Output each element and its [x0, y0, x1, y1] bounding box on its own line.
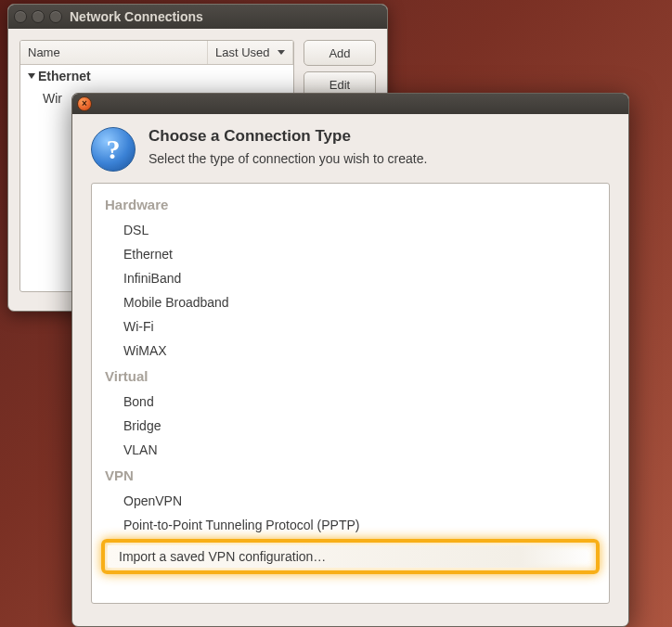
sort-caret-icon: [278, 50, 285, 55]
option-import-vpn[interactable]: Import a saved VPN configuration…: [108, 545, 593, 568]
group-virtual: Virtual: [92, 363, 609, 390]
option-bridge[interactable]: Bridge: [92, 414, 609, 438]
option-dsl[interactable]: DSL: [92, 218, 609, 242]
option-pptp[interactable]: Point-to-Point Tunneling Protocol (PPTP): [92, 513, 609, 537]
option-bond[interactable]: Bond: [92, 390, 609, 414]
expand-triangle-icon: [28, 73, 35, 79]
group-vpn: VPN: [92, 462, 609, 489]
option-wifi[interactable]: Wi-Fi: [92, 314, 609, 339]
add-button[interactable]: Add: [304, 40, 376, 66]
window-titlebar[interactable]: Network Connections: [8, 5, 387, 29]
highlighted-option-frame: Import a saved VPN configuration…: [101, 539, 600, 574]
option-infiniband[interactable]: InfiniBand: [92, 266, 609, 290]
dialog-subtitle: Select the type of connection you wish t…: [149, 151, 427, 166]
group-hardware: Hardware: [92, 191, 609, 218]
column-header-lastused-label: Last Used: [215, 45, 270, 59]
option-ethernet[interactable]: Ethernet: [92, 242, 609, 266]
dialog-titlebar[interactable]: ×: [72, 94, 628, 114]
column-header-lastused[interactable]: Last Used: [208, 41, 293, 64]
column-header-name-label: Name: [28, 45, 60, 59]
minimize-icon[interactable]: [32, 10, 45, 23]
maximize-icon[interactable]: [49, 10, 62, 23]
option-openvpn[interactable]: OpenVPN: [92, 489, 609, 513]
close-icon[interactable]: ×: [77, 96, 92, 111]
option-mobile-broadband[interactable]: Mobile Broadband: [92, 290, 609, 314]
dialog-title: Choose a Connection Type: [149, 127, 427, 146]
question-icon: ?: [91, 127, 136, 172]
column-header-name[interactable]: Name: [20, 41, 208, 64]
connection-type-dialog: × ? Choose a Connection Type Select the …: [71, 93, 629, 627]
close-icon[interactable]: [14, 10, 27, 23]
connection-type-list[interactable]: Hardware DSL Ethernet InfiniBand Mobile …: [91, 183, 610, 604]
option-wimax[interactable]: WiMAX: [92, 339, 609, 363]
window-title: Network Connections: [70, 9, 203, 24]
option-vlan[interactable]: VLAN: [92, 438, 609, 462]
group-label: Ethernet: [38, 69, 91, 83]
connection-group-ethernet[interactable]: Ethernet: [20, 65, 293, 87]
